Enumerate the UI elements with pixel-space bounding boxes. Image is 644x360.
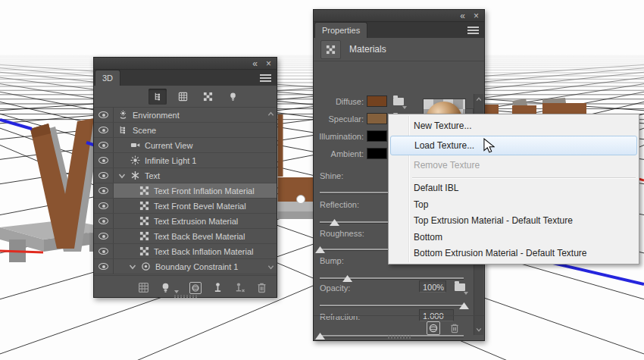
- scene-item-current-view[interactable]: Current View: [94, 138, 277, 153]
- visibility-toggle[interactable]: [94, 108, 114, 122]
- eye-icon: [98, 233, 108, 239]
- scroll-up-icon[interactable]: [267, 111, 274, 117]
- scroll-up-icon[interactable]: [476, 96, 482, 102]
- material-icon: [203, 92, 213, 102]
- slider-thumb[interactable]: [330, 219, 339, 226]
- scene-item-infinite-light-1[interactable]: Infinite Light 1: [94, 153, 277, 168]
- collapse-panel-icon[interactable]: «: [252, 59, 258, 68]
- section-title: Materials: [349, 44, 386, 55]
- add-light-icon[interactable]: [212, 282, 224, 293]
- 3d-panel-tabstrip: 3D: [94, 70, 277, 86]
- photoshop-3d-workspace: « × 3D Environment Scene Cur: [0, 0, 644, 360]
- trash-icon[interactable]: [256, 282, 267, 293]
- 3d-panel-titlebar[interactable]: « ×: [94, 58, 277, 70]
- new-material-icon: [191, 283, 200, 293]
- menu-item-bottom-extrusion-material[interactable]: Bottom Extrusion Material - Default Text…: [389, 246, 639, 262]
- panel-resize-grip[interactable]: [388, 336, 411, 339]
- chevron-down-icon[interactable]: [129, 263, 136, 271]
- eye-icon: [98, 202, 108, 209]
- filter-materials-button[interactable]: [199, 89, 217, 105]
- close-panel-icon[interactable]: ×: [266, 59, 271, 68]
- scene-tree-icon: [153, 92, 163, 102]
- eye-icon: [98, 111, 108, 118]
- scroll-down-icon[interactable]: [267, 264, 274, 271]
- delete-light-icon[interactable]: [234, 282, 245, 293]
- filter-lights-button[interactable]: [224, 89, 242, 105]
- menu-item-top-extrusion-material[interactable]: Top Extrusion Material - Default Texture: [389, 213, 639, 230]
- eye-icon: [98, 248, 108, 255]
- folder-icon: [455, 283, 465, 291]
- eye-icon: [98, 218, 108, 224]
- properties-panel-titlebar[interactable]: « ×: [314, 10, 484, 22]
- eye-icon: [98, 187, 108, 194]
- material-icon: [139, 231, 149, 241]
- scene-item-scene[interactable]: Scene: [94, 123, 277, 138]
- filter-meshes-button[interactable]: [174, 89, 192, 105]
- new-material-button[interactable]: [427, 321, 440, 335]
- menu-separator: [412, 177, 636, 178]
- scene-tree-icon: [118, 125, 128, 135]
- specular-swatch[interactable]: [367, 113, 387, 124]
- visibility-toggle[interactable]: [94, 183, 114, 198]
- meshes-grid-icon[interactable]: [138, 282, 149, 293]
- 3d-scene-list: Environment Scene Current View Infinite …: [94, 107, 277, 275]
- slider-thumb[interactable]: [342, 275, 352, 282]
- visibility-toggle[interactable]: [94, 229, 114, 243]
- diffuse-texture-menu-button[interactable]: [390, 94, 407, 108]
- scene-item-boundary-constraint-1[interactable]: Boundary Constraint 1: [94, 259, 277, 274]
- mesh-star-icon: [130, 171, 140, 180]
- 3d-widget-handle[interactable]: [297, 196, 305, 204]
- visibility-toggle[interactable]: [94, 259, 114, 274]
- panel-menu-icon[interactable]: [467, 27, 479, 28]
- scene-item-text-back-bevel-material[interactable]: Text Back Bevel Material: [94, 229, 277, 244]
- tab-properties[interactable]: Properties: [314, 22, 367, 38]
- diffuse-swatch[interactable]: [367, 95, 387, 107]
- mouse-cursor-icon: [483, 138, 495, 154]
- new-material-button[interactable]: [189, 282, 202, 294]
- chevron-down-icon[interactable]: [118, 172, 126, 180]
- materials-button[interactable]: [320, 40, 341, 59]
- 3d-filter-toolbar: [94, 86, 277, 107]
- materials-section-header: Materials: [314, 38, 484, 61]
- menu-item-load-texture[interactable]: Load Texture...: [390, 136, 637, 155]
- filter-whole-scene-button[interactable]: [148, 89, 167, 105]
- properties-panel-tabstrip: Properties: [314, 22, 484, 38]
- slider-thumb[interactable]: [459, 302, 469, 309]
- dropdown-arrow-icon: [402, 106, 407, 109]
- menu-item-default-ibl[interactable]: Default IBL: [389, 180, 639, 197]
- scene-item-text-front-bevel-material[interactable]: Text Front Bevel Material: [94, 199, 277, 214]
- ambient-swatch[interactable]: [367, 148, 387, 159]
- camera-icon: [130, 140, 140, 150]
- tab-3d[interactable]: 3D: [95, 70, 120, 86]
- visibility-toggle[interactable]: [94, 199, 114, 213]
- visibility-toggle[interactable]: [94, 153, 114, 167]
- menu-item-new-texture[interactable]: New Texture...: [389, 116, 639, 136]
- scene-item-text-front-inflation-material[interactable]: Text Front Inflation Material: [94, 183, 277, 199]
- eye-icon: [98, 172, 108, 179]
- menu-item-bottom[interactable]: Bottom: [389, 230, 639, 246]
- visibility-toggle[interactable]: [94, 168, 114, 183]
- slider-thumb[interactable]: [315, 246, 325, 253]
- menu-item-remove-texture: Remove Texture: [389, 155, 639, 175]
- material-icon: [326, 45, 336, 55]
- illumination-swatch[interactable]: [367, 130, 387, 142]
- panel-menu-icon[interactable]: [260, 74, 271, 76]
- scene-item-text-extrusion-material[interactable]: Text Extrusion Material: [94, 214, 277, 229]
- light-bulb-icon[interactable]: [160, 282, 171, 293]
- opacity-value-field[interactable]: 100%: [419, 280, 446, 293]
- eye-icon: [98, 142, 108, 149]
- panel-resize-grip[interactable]: [174, 295, 197, 298]
- trash-icon[interactable]: [449, 323, 460, 333]
- visibility-toggle[interactable]: [94, 244, 114, 258]
- menu-item-top[interactable]: Top: [389, 197, 639, 214]
- opacity-texture-menu-button[interactable]: [452, 280, 468, 294]
- collapse-panel-icon[interactable]: «: [460, 11, 465, 20]
- visibility-toggle[interactable]: [94, 123, 114, 137]
- scene-item-text-back-inflation-material[interactable]: Text Back Inflation Material: [94, 244, 277, 259]
- scene-item-environment[interactable]: Environment: [94, 108, 277, 123]
- opacity-slider[interactable]: [320, 302, 464, 309]
- visibility-toggle[interactable]: [94, 138, 114, 152]
- close-panel-icon[interactable]: ×: [474, 11, 479, 20]
- scene-item-text[interactable]: Text: [94, 168, 277, 183]
- visibility-toggle[interactable]: [94, 214, 114, 228]
